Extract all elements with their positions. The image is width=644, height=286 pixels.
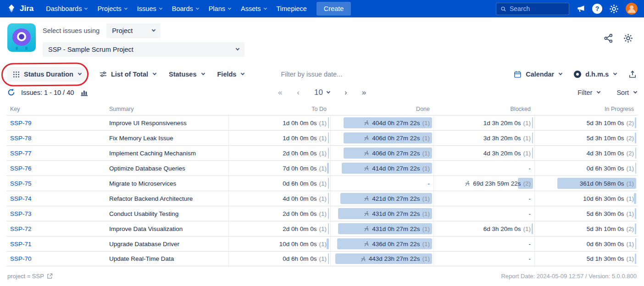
next-page-button[interactable]: › (344, 88, 347, 96)
duration-bar (532, 223, 533, 234)
chevron-down-icon (84, 6, 88, 9)
sort-label: Sort (616, 89, 629, 96)
duration-bar (532, 148, 533, 159)
first-page-button[interactable]: « (278, 88, 282, 96)
filter-dropdown[interactable]: Filter (577, 89, 600, 96)
column-header-to-do: To Do (228, 106, 330, 112)
fields-label: Fields (217, 71, 237, 78)
issue-key-link[interactable]: SSP-72 (10, 226, 32, 232)
duration-text: 404d 0h 27m 22s (372, 120, 420, 126)
issue-key-link[interactable]: SSP-79 (10, 120, 32, 126)
sort-dropdown[interactable]: Sort (616, 89, 637, 96)
calendar-dropdown[interactable]: Calendar (514, 71, 562, 78)
duration-count: (1) (627, 241, 634, 248)
issue-key-link[interactable]: SSP-78 (10, 135, 32, 142)
issue-key-link[interactable]: SSP-75 (10, 180, 32, 187)
duration-text: 2d 0h 0m 0s (283, 210, 316, 217)
nav-menu-label: Boards (172, 5, 193, 12)
issue-source-mode-value: Project (112, 27, 133, 34)
project-dropdown[interactable]: SSP - Sample Scrum Project (43, 42, 244, 57)
report-type-dropdown[interactable]: Status Duration (7, 67, 87, 82)
refresh-button[interactable] (7, 88, 15, 96)
report-settings-button[interactable] (623, 33, 633, 43)
nav-menu-boards[interactable]: Boards (167, 1, 204, 16)
issue-key-link[interactable]: SSP-70 (10, 255, 32, 262)
duration-text: 1d 3h 20m 0s (483, 120, 521, 126)
inprogress-duration-cell: 5d 1h 30m 0s (1) (534, 252, 638, 266)
blocked-duration-cell: 6d 3h 20m 0s (1) (433, 221, 534, 236)
jira-logo[interactable]: Jira (6, 4, 33, 14)
inprogress-duration-cell: 5d 3h 10m 0s (2) (534, 116, 638, 130)
duration-bar (327, 163, 329, 174)
duration-value: 0d 6h 30m 0s (1) (587, 241, 634, 248)
user-avatar[interactable] (626, 3, 638, 15)
nav-menu-assets[interactable]: Assets (236, 1, 272, 16)
issue-key-link[interactable]: SSP-76 (10, 165, 32, 172)
issue-date-filter-input[interactable] (281, 71, 377, 78)
search-input[interactable] (510, 5, 565, 12)
issue-key-link[interactable]: SSP-74 (10, 195, 32, 202)
issue-key-cell: SSP-78 (6, 131, 105, 145)
duration-bar (635, 117, 636, 128)
duration-value: 4d 3h 20m 0s (1) (483, 150, 531, 157)
nav-menu-label: Projects (97, 5, 121, 12)
duration-count: (1) (627, 210, 634, 217)
megaphone-icon (576, 4, 585, 13)
share-icon (604, 33, 613, 43)
create-button[interactable]: Create (316, 2, 351, 16)
nav-menu-issues[interactable]: Issues (132, 1, 167, 16)
jql-link[interactable]: project = SSP (7, 273, 53, 280)
list-type-dropdown[interactable]: List of Total (100, 71, 156, 78)
duration-count: (2) (627, 120, 634, 126)
settings-button[interactable] (609, 4, 619, 14)
duration-text: - (529, 195, 531, 202)
export-button[interactable] (628, 70, 637, 78)
issues-info: Issues: 1 - 10 / 40 (7, 88, 90, 97)
fields-dropdown[interactable]: Fields (217, 71, 244, 78)
issue-key-link[interactable]: SSP-71 (10, 241, 32, 248)
duration-bar (634, 193, 636, 204)
project-dropdown-value: SSP - Sample Scrum Project (48, 46, 133, 53)
last-page-button[interactable]: » (362, 88, 366, 96)
header-actions (604, 23, 637, 43)
issue-key-link[interactable]: SSP-77 (10, 150, 32, 157)
column-header-in-progress: In Progress (534, 106, 638, 112)
chevron-down-icon (633, 89, 637, 93)
page-size-dropdown[interactable]: 10 (314, 88, 330, 96)
issue-key-link[interactable]: SSP-73 (10, 210, 32, 217)
help-button[interactable]: ? (592, 4, 602, 14)
issue-key-cell: SSP-72 (6, 221, 105, 236)
statuses-dropdown[interactable]: Statuses (169, 71, 204, 78)
issue-summary: Update Real-Time Data (105, 252, 228, 266)
duration-text: - (529, 255, 531, 262)
duration-count: (2) (627, 135, 634, 142)
duration-value: 0d 6h 0m 0s (1) (283, 180, 327, 187)
prev-page-button[interactable]: ‹ (297, 88, 300, 96)
duration-text: 4d 3h 20m 0s (483, 150, 521, 157)
todo-duration-cell: 4d 0h 0m 0s (1) (228, 191, 330, 206)
nav-menu-projects[interactable]: Projects (92, 1, 132, 16)
nav-menu-plans[interactable]: Plans (204, 1, 236, 16)
todo-duration-cell: 1d 0h 0m 0s (1) (228, 131, 330, 145)
duration-value: 1d 0h 0m 0s (1) (283, 135, 327, 142)
issue-source-mode-dropdown[interactable]: Project (106, 23, 161, 38)
blocked-duration-cell: - (433, 252, 534, 266)
time-format-dropdown[interactable]: d.h.m.s (574, 71, 616, 78)
done-duration-cell: 414d 0h 27m 22s (1) (330, 161, 433, 176)
chevron-down-icon (78, 72, 82, 75)
done-duration-cell: 421d 0h 27m 22s (1) (330, 191, 433, 206)
nav-menu-dashboards[interactable]: Dashboards (41, 1, 92, 16)
duration-text: 4d 0h 0m 0s (283, 195, 316, 202)
chart-view-button[interactable] (80, 88, 90, 97)
issue-summary: Refactor Backend Architecture (105, 191, 228, 206)
brand-label: Jira (20, 4, 33, 13)
announcements-button[interactable] (576, 4, 585, 13)
duration-count: (1) (422, 255, 430, 262)
share-button[interactable] (604, 33, 613, 43)
todo-duration-cell: 1d 0h 0m 0s (1) (228, 116, 330, 130)
issues-table-body: SSP-79 Improve UI Responsiveness 1d 0h 0… (6, 115, 638, 266)
duration-count: (1) (319, 135, 327, 142)
nav-menu-timepiece[interactable]: Timepiece (272, 1, 312, 16)
duration-bar (328, 223, 329, 234)
report-meta: Report Date: 2024-05-09 12:57 / Version:… (501, 273, 637, 280)
